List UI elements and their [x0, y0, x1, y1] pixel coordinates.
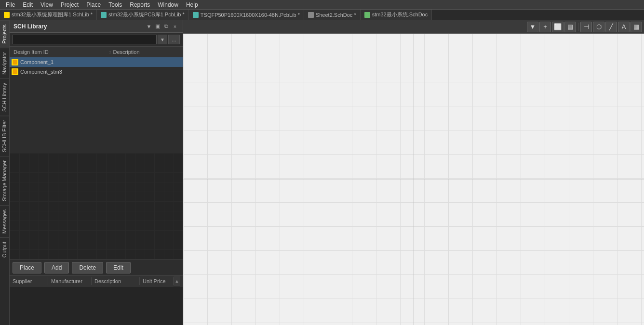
menu-edit[interactable]: Edit	[19, 0, 37, 9]
menu-reports[interactable]: Reports	[126, 0, 154, 9]
tab-bar: stm32最小系统原理图库1.SchLib * stm32最小系统PCB库1.P…	[0, 10, 644, 20]
tab-stm32-sch[interactable]: stm32最小系统.SchDoc	[361, 10, 432, 20]
tab-sch-lib-icon	[4, 12, 10, 18]
delete-button[interactable]: Delete	[72, 262, 103, 273]
supplier-scroll-up-btn[interactable]: ▲	[174, 276, 180, 286]
component-stm3-icon	[12, 68, 18, 75]
tab-pcb-lib-icon	[101, 12, 107, 18]
canvas-crosshair-vertical	[414, 34, 414, 325]
tab-sheet2-label: Sheet2.SchDoc *	[316, 12, 356, 18]
add-element-btn[interactable]: +	[539, 22, 551, 32]
panel-dropdown-btn[interactable]: ▼	[145, 23, 153, 30]
canvas-workspace[interactable]	[183, 34, 644, 325]
tab-sch-lib[interactable]: stm32最小系统原理图库1.SchLib *	[0, 10, 97, 20]
supplier-col-description: Description	[92, 277, 140, 285]
panel-pin-btn[interactable]: ▣	[154, 23, 161, 30]
col-header-description: Description	[111, 49, 181, 55]
component1-name: Component_1	[20, 59, 54, 65]
add-button[interactable]: Add	[44, 262, 69, 273]
tab-sheet2-icon	[308, 12, 314, 18]
menu-project[interactable]: Project	[57, 0, 82, 9]
supplier-body	[10, 286, 183, 325]
sidebar-tabs: Projects Navigator SCH Library SCHLIB Fi…	[0, 20, 10, 325]
component-stm3-name: Component_stm3	[20, 69, 62, 75]
component-list: Design Item ID ↕ Description Component_1…	[10, 47, 183, 153]
toolbar: ▼ + ⬜ ▤ ⊣ ⬡ ╱ A ▦	[183, 20, 644, 34]
menu-window[interactable]: Window	[154, 0, 182, 9]
list-header: Design Item ID ↕ Description	[10, 47, 183, 57]
tab-pcb-lib[interactable]: stm32最小系统PCB库1.PcbLib *	[97, 10, 189, 20]
menu-file[interactable]: File	[2, 0, 19, 9]
tab-stm32-sch-icon	[364, 12, 370, 18]
menu-view[interactable]: View	[37, 0, 57, 9]
menu-place[interactable]: Place	[82, 0, 105, 9]
menu-bar: File Edit View Project Place Tools Repor…	[0, 0, 644, 10]
toolbar-separator-1	[578, 23, 578, 31]
search-input[interactable]	[13, 35, 157, 44]
col-header-design-item-id: Design Item ID	[12, 49, 108, 55]
sch-library-panel: SCH Library ▼ ▣ ⧉ × ▼ … Design Item ID ↕…	[10, 20, 183, 325]
panel-close-btn[interactable]: ×	[171, 23, 179, 30]
sidebar-tab-projects[interactable]: Projects	[0, 20, 9, 48]
bottom-buttons: Place Add Delete Edit	[10, 260, 183, 275]
tab-stm32-sch-label: stm32最小系统.SchDoc	[372, 11, 428, 18]
tab-tsqfp-label: TSQFP50P1600X1600X160-48N.PcbLib *	[201, 12, 300, 18]
search-dropdown-btn[interactable]: ▼	[158, 35, 167, 44]
panel-title: SCH Library	[13, 23, 144, 30]
panel-float-btn[interactable]: ⧉	[162, 23, 170, 30]
search-more-btn[interactable]: …	[168, 35, 180, 44]
tab-tsqfp-icon	[193, 12, 199, 18]
canvas-area: ▼ + ⬜ ▤ ⊣ ⬡ ╱ A ▦	[183, 20, 644, 325]
search-row: ▼ …	[10, 33, 183, 47]
canvas-grid	[183, 34, 644, 325]
tab-sheet2[interactable]: Sheet2.SchDoc *	[304, 10, 361, 20]
polygon-btn[interactable]: ⬡	[593, 22, 604, 32]
tab-tsqfp[interactable]: TSQFP50P1600X1600X160-48N.PcbLib *	[189, 10, 304, 20]
edit-button[interactable]: Edit	[106, 262, 131, 273]
place-button[interactable]: Place	[13, 262, 41, 273]
tab-pcb-lib-label: stm32最小系统PCB库1.PcbLib *	[108, 11, 185, 18]
sidebar-tab-sch-library[interactable]: SCH Library	[0, 78, 9, 116]
align-left-btn[interactable]: ⊣	[580, 22, 592, 32]
preview-area	[10, 153, 183, 260]
tab-sch-lib-label: stm32最小系统原理图库1.SchLib *	[12, 11, 93, 18]
supplier-col-unit-price: Unit Price	[140, 277, 174, 285]
supplier-col-manufacturer: Manufacturer	[48, 277, 92, 285]
sidebar-tab-storage-manager[interactable]: Storage Manager	[0, 156, 9, 205]
table-btn[interactable]: ▦	[631, 22, 642, 32]
list-item-component-stm3[interactable]: Component_stm3	[10, 67, 183, 77]
sidebar-tab-schlib-filter[interactable]: SCHLIB Filter	[0, 116, 9, 156]
sidebar-tab-messages[interactable]: Messages	[0, 205, 9, 237]
supplier-table: Supplier Manufacturer Description Unit P…	[10, 275, 183, 325]
panel-header: SCH Library ▼ ▣ ⧉ ×	[10, 20, 183, 33]
text-btn[interactable]: A	[618, 22, 630, 32]
sidebar-tab-navigator[interactable]: Navigator	[0, 48, 9, 78]
sidebar-tab-output[interactable]: Output	[0, 237, 9, 261]
print-btn[interactable]: ▤	[564, 22, 576, 32]
filter-btn[interactable]: ▼	[527, 22, 538, 32]
menu-tools[interactable]: Tools	[105, 0, 126, 9]
rect-select-btn[interactable]: ⬜	[552, 22, 564, 32]
line-btn[interactable]: ╱	[605, 22, 617, 32]
main-area: Projects Navigator SCH Library SCHLIB Fi…	[0, 20, 644, 325]
menu-help[interactable]: Help	[182, 0, 202, 9]
list-item-component1[interactable]: Component_1	[10, 57, 183, 67]
supplier-col-supplier: Supplier	[10, 277, 48, 285]
component1-icon	[12, 59, 18, 65]
supplier-header: Supplier Manufacturer Description Unit P…	[10, 276, 183, 286]
